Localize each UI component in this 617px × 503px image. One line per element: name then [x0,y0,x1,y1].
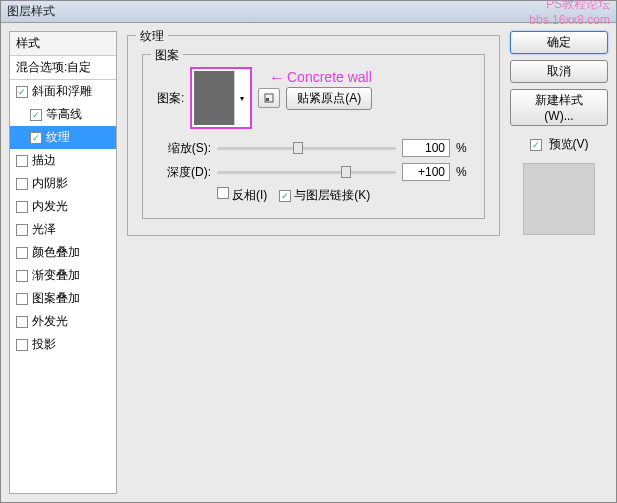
pattern-dropdown-icon[interactable]: ▾ [234,71,248,125]
titlebar: 图层样式 PS教程论坛 bbs.16xx8.com [1,1,616,23]
sidebar-item-label: 外发光 [32,313,68,330]
sidebar-item-label: 内发光 [32,198,68,215]
checkbox-icon[interactable] [30,132,42,144]
main-panel: 纹理 图案 图案: ▾ 贴紧原点(A) Concrete wall [127,31,500,494]
new-preset-icon [263,92,275,104]
checkbox-icon[interactable] [16,316,28,328]
new-style-button[interactable]: 新建样式(W)... [510,89,608,126]
checkbox-icon[interactable] [16,339,28,351]
checkbox-icon[interactable] [16,224,28,236]
sidebar-item-label: 光泽 [32,221,56,238]
checkbox-icon[interactable] [16,86,28,98]
cancel-button[interactable]: 取消 [510,60,608,83]
sidebar-item-2[interactable]: 纹理 [10,126,116,149]
dialog-body: 样式 混合选项:自定 斜面和浮雕等高线纹理描边内阴影内发光光泽颜色叠加渐变叠加图… [1,23,616,502]
elements-legend: 图案 [151,47,183,64]
sidebar-item-label: 投影 [32,336,56,353]
pattern-preview [194,71,234,125]
checkbox-icon [279,190,291,202]
checkbox-icon [530,139,542,151]
link-checkbox[interactable]: 与图层链接(K) [279,187,370,204]
scale-input[interactable] [402,139,450,157]
sidebar-item-label: 纹理 [46,129,70,146]
svg-rect-1 [266,98,269,101]
scale-row: 缩放(S): % [157,139,470,157]
sidebar-item-label: 内阴影 [32,175,68,192]
snap-origin-button[interactable]: 贴紧原点(A) [286,87,372,110]
layer-style-dialog: 图层样式 PS教程论坛 bbs.16xx8.com 样式 混合选项:自定 斜面和… [0,0,617,503]
sidebar-item-3[interactable]: 描边 [10,149,116,172]
sidebar-item-label: 描边 [32,152,56,169]
checkbox-icon[interactable] [16,155,28,167]
window-title: 图层样式 [7,3,55,20]
depth-unit: % [456,165,470,179]
checkbox-icon [217,187,229,199]
sidebar-item-0[interactable]: 斜面和浮雕 [10,80,116,103]
sidebar-item-label: 等高线 [46,106,82,123]
options-row: 反相(I) 与图层链接(K) [157,187,470,204]
sidebar-item-11[interactable]: 投影 [10,333,116,356]
checkbox-icon[interactable] [16,293,28,305]
sidebar-item-6[interactable]: 光泽 [10,218,116,241]
scale-thumb[interactable] [293,142,303,154]
preview-toggle[interactable]: 预览(V) [510,136,608,153]
annotation: Concrete wall [287,69,372,85]
preview-label: 预览(V) [549,136,589,153]
pattern-row: 图案: ▾ 贴紧原点(A) Concrete wall [157,67,470,129]
depth-thumb[interactable] [341,166,351,178]
checkbox-icon[interactable] [16,201,28,213]
styles-sidebar: 样式 混合选项:自定 斜面和浮雕等高线纹理描边内阴影内发光光泽颜色叠加渐变叠加图… [9,31,117,494]
sidebar-header: 样式 [10,32,116,56]
sidebar-item-8[interactable]: 渐变叠加 [10,264,116,287]
pattern-label: 图案: [157,90,184,107]
scale-label: 缩放(S): [157,140,211,157]
checkbox-icon[interactable] [30,109,42,121]
sidebar-item-label: 颜色叠加 [32,244,80,261]
checkbox-icon[interactable] [16,270,28,282]
checkbox-icon[interactable] [16,178,28,190]
texture-legend: 纹理 [136,28,168,45]
ok-button[interactable]: 确定 [510,31,608,54]
new-preset-button[interactable] [258,88,280,108]
blend-options-item[interactable]: 混合选项:自定 [10,56,116,80]
sidebar-item-label: 斜面和浮雕 [32,83,92,100]
sidebar-item-label: 渐变叠加 [32,267,80,284]
sidebar-item-7[interactable]: 颜色叠加 [10,241,116,264]
scale-unit: % [456,141,470,155]
sidebar-item-10[interactable]: 外发光 [10,310,116,333]
sidebar-item-1[interactable]: 等高线 [10,103,116,126]
depth-row: 深度(D): % [157,163,470,181]
depth-slider[interactable] [217,171,396,174]
checkbox-icon[interactable] [16,247,28,259]
preview-thumbnail [523,163,595,235]
elements-fieldset: 图案 图案: ▾ 贴紧原点(A) Concrete wall [142,54,485,219]
sidebar-item-5[interactable]: 内发光 [10,195,116,218]
invert-checkbox[interactable]: 反相(I) [217,187,267,204]
depth-label: 深度(D): [157,164,211,181]
pattern-picker[interactable]: ▾ [190,67,252,129]
sidebar-item-label: 图案叠加 [32,290,80,307]
depth-input[interactable] [402,163,450,181]
sidebar-item-4[interactable]: 内阴影 [10,172,116,195]
scale-slider[interactable] [217,147,396,150]
sidebar-item-9[interactable]: 图案叠加 [10,287,116,310]
right-column: 确定 取消 新建样式(W)... 预览(V) [510,31,608,494]
texture-fieldset: 纹理 图案 图案: ▾ 贴紧原点(A) Concrete wall [127,35,500,236]
